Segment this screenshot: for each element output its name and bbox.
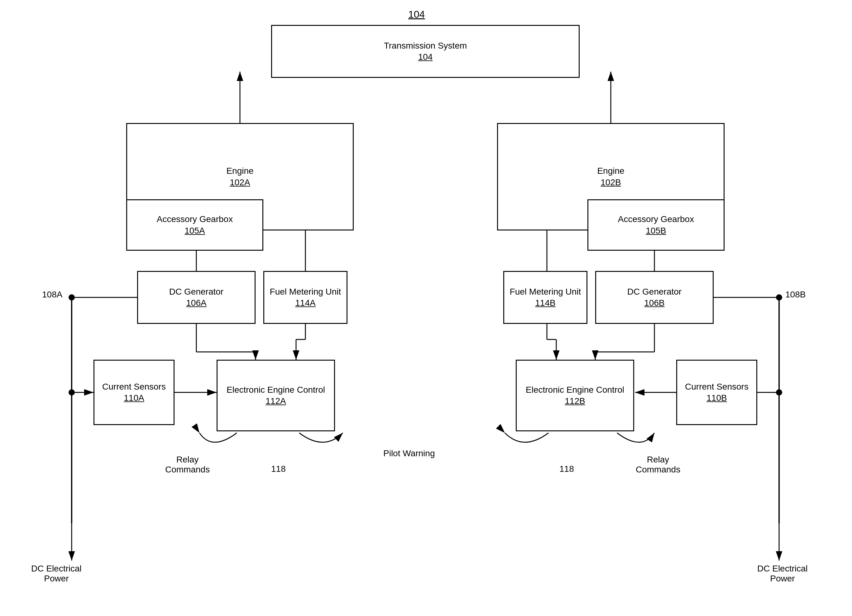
- transmission-box: Transmission System 104: [271, 25, 580, 78]
- agb-a-ref: 105A: [184, 225, 205, 236]
- engine-b-ref: 102B: [601, 177, 621, 188]
- cs-a-label: Current Sensors: [102, 381, 166, 392]
- dc-power-left-label: DC ElectricalPower: [31, 564, 82, 584]
- fmu-a-ref: 114A: [295, 297, 316, 309]
- fmu-b-box: Fuel Metering Unit 114B: [503, 271, 588, 324]
- agb-a-label: Accessory Gearbox: [157, 214, 233, 225]
- agb-a-box: Accessory Gearbox 105A: [126, 199, 263, 251]
- dc-power-right-label: DC ElectricalPower: [757, 564, 808, 584]
- cs-b-box: Current Sensors 110B: [676, 360, 757, 425]
- diagram: 104 Transmission System 104 Engine 102A …: [0, 0, 852, 616]
- engine-a-label: Engine: [226, 166, 253, 176]
- fmu-b-ref: 114B: [535, 297, 555, 309]
- dc-gen-b-box: DC Generator 106B: [595, 271, 714, 324]
- svg-point-22: [776, 294, 782, 301]
- connection-lines: [0, 0, 852, 616]
- agb-b-box: Accessory Gearbox 105B: [588, 199, 725, 251]
- relay-commands-left-label: RelayCommands: [165, 455, 210, 474]
- agb-b-label: Accessory Gearbox: [618, 214, 694, 225]
- svg-point-18: [69, 389, 75, 396]
- transmission-label: Transmission System: [384, 40, 467, 51]
- eec-a-label: Electronic Engine Control: [227, 384, 325, 396]
- dc-gen-b-label: DC Generator: [627, 286, 681, 297]
- relay-commands-right-label: RelayCommands: [636, 455, 680, 474]
- engine-a-ref: 102A: [230, 177, 250, 188]
- top-ref-label: 104: [408, 9, 425, 20]
- transmission-ref: 104: [418, 51, 433, 63]
- ref-108a-label: 108A: [42, 290, 62, 300]
- eec-b-box: Electronic Engine Control 112B: [516, 360, 634, 431]
- svg-point-24: [776, 389, 782, 396]
- dc-gen-b-ref: 106B: [644, 297, 665, 309]
- eec-b-ref: 112B: [565, 396, 585, 407]
- eec-b-label: Electronic Engine Control: [526, 384, 624, 396]
- pilot-warning-label: Pilot Warning: [383, 449, 435, 458]
- cs-a-box: Current Sensors 110A: [94, 360, 175, 425]
- fmu-a-box: Fuel Metering Unit 114A: [263, 271, 347, 324]
- svg-point-16: [69, 294, 75, 301]
- ref-118-left-label: 118: [271, 464, 286, 474]
- dc-gen-a-ref: 106A: [186, 297, 206, 309]
- cs-b-label: Current Sensors: [685, 381, 749, 392]
- fmu-b-label: Fuel Metering Unit: [510, 286, 581, 297]
- dc-gen-a-box: DC Generator 106A: [137, 271, 255, 324]
- eec-a-ref: 112A: [266, 396, 286, 407]
- ref-118-right-label: 118: [559, 464, 574, 474]
- fmu-a-label: Fuel Metering Unit: [270, 286, 341, 297]
- cs-b-ref: 110B: [707, 392, 727, 404]
- ref-108b-label: 108B: [785, 290, 805, 300]
- cs-a-ref: 110A: [124, 392, 144, 404]
- dc-gen-a-label: DC Generator: [169, 286, 224, 297]
- eec-a-box: Electronic Engine Control 112A: [217, 360, 335, 431]
- agb-b-ref: 105B: [646, 225, 666, 236]
- engine-b-label: Engine: [597, 166, 624, 176]
